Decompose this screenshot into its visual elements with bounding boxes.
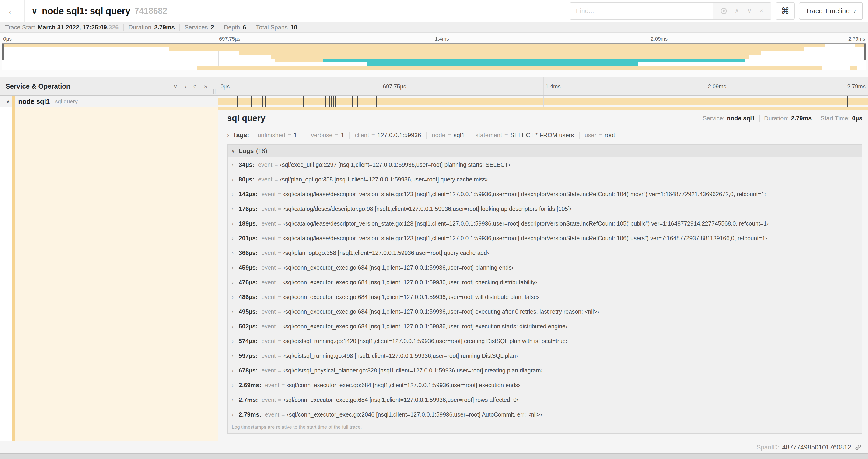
- find-prev-icon[interactable]: ∧: [735, 8, 739, 14]
- log-tick-mark: [352, 96, 352, 107]
- log-equals: =: [278, 250, 281, 256]
- trace-view-selector-button[interactable]: Trace Timeline ∨: [799, 2, 863, 20]
- log-field-key: event: [265, 382, 279, 389]
- timeline-minimap: 0µs697.75µs1.4ms2.09ms2.79ms: [0, 33, 868, 77]
- log-row[interactable]: ›459µs:event=‹sql/conn_executor_exec.go:…: [227, 260, 862, 275]
- span-row[interactable]: ∨ node sql1 sql query: [0, 96, 868, 107]
- minimap-span-bar: [850, 66, 857, 70]
- summary-item: Depth6: [224, 24, 246, 31]
- start-time-label: Start Time:: [820, 115, 850, 122]
- log-row[interactable]: ›574µs:event=‹sql/distsql_running.go:142…: [227, 334, 862, 349]
- collapse-all-icon[interactable]: »: [192, 85, 198, 88]
- log-row[interactable]: ›2.79ms:event=‹sql/conn_executor_exec.go…: [227, 407, 862, 422]
- collapse-one-icon[interactable]: ∨: [173, 83, 178, 89]
- log-timestamp: 476µs:: [239, 279, 257, 286]
- log-field-value: ‹sql/catalog/lease/descriptor_version_st…: [283, 235, 767, 242]
- timeline-tick-label: 2.09ms: [706, 77, 726, 96]
- find-next-icon[interactable]: ∨: [747, 8, 752, 14]
- find-input[interactable]: [570, 3, 713, 19]
- span-name-column: ∨ node sql1 sql query: [0, 96, 218, 107]
- minimap-right-scrubber[interactable]: [864, 44, 866, 60]
- keyboard-shortcuts-button[interactable]: ⌘: [776, 2, 795, 20]
- log-field-key: event: [261, 352, 276, 359]
- summary-separator: [123, 24, 124, 31]
- log-equals: =: [278, 205, 281, 212]
- service-label: Service:: [703, 115, 724, 122]
- minimap-tick-label: 0µs: [3, 36, 12, 42]
- log-row[interactable]: ›80µs:event=‹sql/plan_opt.go:358 [nsql1,…: [227, 172, 862, 187]
- log-row[interactable]: ›2.7ms:event=‹sql/conn_executor_exec.go:…: [227, 393, 862, 407]
- log-field-key: event: [261, 220, 276, 227]
- expand-one-icon[interactable]: ›: [185, 83, 187, 89]
- log-row[interactable]: ›176µs:event=‹sql/catalog/descs/descript…: [227, 201, 862, 216]
- log-row[interactable]: ›502µs:event=‹sql/conn_executor_exec.go:…: [227, 319, 862, 334]
- trace-page: ← ∨ node sql1: sql query 7418682 ∧ ∨ × ⌘…: [0, 0, 868, 459]
- back-button[interactable]: ←: [0, 0, 25, 22]
- summary-value: 10: [290, 24, 297, 31]
- log-row[interactable]: ›189µs:event=‹sql/catalog/lease/descript…: [227, 216, 862, 231]
- detail-span-info: Service: node sql1 Duration: 2.79ms Star…: [703, 115, 862, 122]
- log-row[interactable]: ›678µs:event=‹sql/distsql_physical_plann…: [227, 363, 862, 378]
- log-row[interactable]: ›2.69ms:event=‹sql/conn_executor_exec.go…: [227, 378, 862, 393]
- log-row[interactable]: ›495µs:event=‹sql/conn_executor_exec.go:…: [227, 304, 862, 319]
- chevron-right-icon: ›: [232, 264, 239, 271]
- span-collapse-chevron-icon[interactable]: ∨: [6, 98, 10, 104]
- minimap-left-scrubber[interactable]: [2, 44, 4, 60]
- collapse-trace-chevron-icon[interactable]: ∨: [31, 6, 38, 15]
- deep-link-icon[interactable]: [855, 444, 862, 451]
- tag-key: _unfinished: [254, 132, 285, 139]
- log-row[interactable]: ›142µs:event=‹sql/catalog/lease/descript…: [227, 187, 862, 201]
- log-tick-mark: [226, 96, 226, 107]
- log-field-key: event: [261, 250, 276, 256]
- chevron-down-icon: ∨: [231, 148, 235, 154]
- log-field-value: ‹sql/distsql_physical_planner.go:828 [ns…: [283, 367, 543, 374]
- chevron-right-icon: ›: [232, 220, 239, 227]
- locate-icon[interactable]: [721, 8, 727, 14]
- find-clear-icon[interactable]: ×: [760, 8, 763, 14]
- span-operation-name: sql query: [55, 98, 78, 105]
- log-tick-mark: [865, 96, 865, 107]
- log-row[interactable]: ›366µs:event=‹sql/plan_opt.go:358 [nsql1…: [227, 245, 862, 260]
- log-field-value: ‹sql/conn_executor_exec.go:684 [nsql1,cl…: [283, 279, 537, 286]
- expand-all-icon[interactable]: »: [204, 83, 208, 89]
- tag-key: user: [585, 132, 597, 139]
- log-field-key: event: [261, 308, 276, 315]
- log-field-key: event: [265, 411, 279, 418]
- span-bar-cell[interactable]: [218, 96, 868, 107]
- tag-key: node: [432, 132, 445, 139]
- minimap-canvas[interactable]: [2, 43, 866, 70]
- tags-accordion[interactable]: › Tags: _unfinished=1_verbose=1client=12…: [227, 132, 862, 139]
- logs-header[interactable]: ∨ Logs (18): [227, 145, 862, 157]
- column-resizer-handle[interactable]: ||: [213, 88, 216, 94]
- log-row[interactable]: ›201µs:event=‹sql/catalog/lease/descript…: [227, 231, 862, 245]
- service-value: node sql1: [727, 115, 755, 122]
- log-field-value: ‹sql/plan_opt.go:358 [nsql1,client=127.0…: [283, 250, 489, 256]
- log-tick-mark: [259, 96, 259, 107]
- summary-item: Total Spans10: [256, 24, 297, 31]
- log-row[interactable]: ›486µs:event=‹sql/conn_executor_exec.go:…: [227, 290, 862, 304]
- log-equals: =: [278, 191, 281, 198]
- summary-label: Duration: [129, 24, 151, 31]
- log-timestamp: 459µs:: [239, 264, 257, 271]
- log-row[interactable]: ›476µs:event=‹sql/conn_executor_exec.go:…: [227, 275, 862, 290]
- log-field-value: ‹sql/conn_executor_exec.go:684 [nsql1,cl…: [283, 323, 567, 330]
- info-separator: [760, 115, 760, 122]
- summary-separator: [219, 24, 219, 31]
- minimap-span-bar: [2, 44, 825, 47]
- back-arrow-icon: ←: [7, 5, 17, 17]
- spanid-strip: SpanID: 4877749850101760812: [0, 441, 868, 453]
- log-equals: =: [278, 396, 282, 403]
- span-service-name: node sql1: [18, 98, 50, 105]
- tag-equals: =: [371, 132, 375, 139]
- log-row[interactable]: ›597µs:event=‹sql/distsql_running.go:498…: [227, 349, 862, 363]
- tag-key: statement: [475, 132, 502, 139]
- log-row[interactable]: ›34µs:event=‹sql/exec_util.go:2297 [nsql…: [227, 157, 862, 172]
- chevron-right-icon: ›: [232, 162, 239, 168]
- log-tick-mark: [333, 96, 334, 107]
- horizontal-scrollbar-track[interactable]: [0, 453, 868, 459]
- logs-accordion: ∨ Logs (18) ›34µs:event=‹sql/exec_util.g…: [227, 144, 862, 434]
- tag-equals: =: [599, 132, 602, 139]
- log-timestamp: 80µs:: [239, 176, 254, 183]
- log-equals: =: [278, 235, 281, 242]
- minimap-span-bar: [197, 66, 822, 70]
